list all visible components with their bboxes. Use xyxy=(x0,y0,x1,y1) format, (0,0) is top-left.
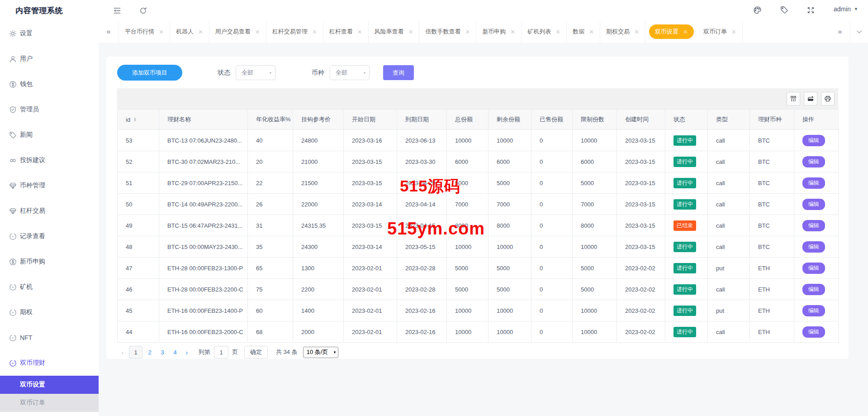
cell-start: 2023-02-01 xyxy=(344,258,397,279)
tab-双币订单[interactable]: 双币订单✕ xyxy=(697,21,743,43)
print-icon[interactable] xyxy=(821,92,835,105)
tab-期权交易[interactable]: 期权交易✕ xyxy=(600,21,645,43)
sidebar-item-矿机[interactable]: 矿机 xyxy=(0,274,99,300)
cell-limit: 8000 xyxy=(573,215,617,236)
goto-page-input[interactable] xyxy=(214,346,228,359)
sidebar-item-期权[interactable]: 期权 xyxy=(0,300,99,325)
close-icon[interactable]: ✕ xyxy=(731,29,736,35)
add-dual-currency-button[interactable]: 添加双币项目 xyxy=(117,65,182,81)
tab-风险率查看[interactable]: 风险率查看✕ xyxy=(369,21,420,43)
edit-button[interactable]: 编辑 xyxy=(802,284,825,295)
sidebar-subitem-双币订单[interactable]: 双币订单 xyxy=(0,394,99,412)
cell-type: call xyxy=(708,151,750,172)
sidebar-item-钱包[interactable]: 钱包 xyxy=(0,72,99,97)
theme-palette-icon[interactable] xyxy=(753,5,762,14)
pagination: ‹ 1234 › 到第 页 确定 共 34 条 10 条/页 ▾ xyxy=(117,345,338,359)
close-icon[interactable]: ✕ xyxy=(510,29,515,35)
sort-icon[interactable]: ▲▼ xyxy=(133,118,137,122)
cell-limit: 10000 xyxy=(573,321,617,343)
close-icon[interactable]: ✕ xyxy=(312,29,317,35)
tag-icon[interactable] xyxy=(780,5,789,14)
tab-矿机列表[interactable]: 矿机列表✕ xyxy=(522,21,567,43)
edit-button[interactable]: 编辑 xyxy=(802,199,825,210)
fullscreen-icon[interactable] xyxy=(806,5,815,14)
goto-confirm-button[interactable]: 确定 xyxy=(244,346,268,359)
edit-button[interactable]: 编辑 xyxy=(802,135,825,146)
cell-created: 2023-03-15 xyxy=(617,236,665,258)
sidebar-item-设置[interactable]: 设置 xyxy=(0,21,99,46)
column-header-label: id xyxy=(126,116,130,123)
edit-button[interactable]: 编辑 xyxy=(802,156,825,167)
sidebar-collapse-icon[interactable] xyxy=(112,6,121,15)
next-page-icon[interactable]: › xyxy=(181,349,192,356)
sidebar-item-投拆建议[interactable]: 投拆建议 xyxy=(0,148,99,173)
history-icon xyxy=(9,233,17,240)
page-button-3[interactable]: 3 xyxy=(157,346,168,359)
page-button-4[interactable]: 4 xyxy=(170,346,180,359)
sidebar-item-label: 管理员 xyxy=(20,105,39,114)
prev-page-icon[interactable]: ‹ xyxy=(117,349,128,356)
refresh-icon[interactable] xyxy=(138,6,147,15)
sidebar-item-记录查看[interactable]: 记录查看 xyxy=(0,224,99,249)
cell-coin: ETH xyxy=(750,258,794,279)
sidebar-item-双币理财[interactable]: 双币理财 xyxy=(0,350,99,376)
close-icon[interactable]: ✕ xyxy=(589,29,594,35)
sidebar-item-新闻[interactable]: 新闻 xyxy=(0,122,99,148)
sidebar-item-杠杆交易[interactable]: 杠杆交易 xyxy=(0,198,99,224)
tab-平台币行情[interactable]: 平台币行情✕ xyxy=(119,21,170,43)
coin-select[interactable]: 全部 ▾ xyxy=(330,65,370,80)
cell-total: 6000 xyxy=(447,151,489,172)
column-header-label: 开始日期 xyxy=(352,116,375,123)
close-icon[interactable]: ✕ xyxy=(634,29,639,35)
close-icon[interactable]: ✕ xyxy=(198,29,203,35)
tab-用户交易查看[interactable]: 用户交易查看✕ xyxy=(209,21,266,43)
edit-button[interactable]: 编辑 xyxy=(802,177,825,189)
close-icon[interactable]: ✕ xyxy=(408,29,413,35)
status-select[interactable]: 全部 ▾ xyxy=(236,65,275,80)
page-button-1[interactable]: 1 xyxy=(129,346,142,359)
export-icon[interactable] xyxy=(804,92,817,105)
column-header-id[interactable]: id▲▼ xyxy=(118,110,159,130)
user-menu[interactable]: admin ▼ xyxy=(834,5,858,13)
close-icon[interactable]: ✕ xyxy=(683,29,688,35)
edit-button[interactable]: 编辑 xyxy=(802,220,825,231)
sidebar-item-用户[interactable]: 用户 xyxy=(0,46,99,72)
sidebar-item-管理员[interactable]: 管理员 xyxy=(0,97,99,122)
tabs-scroll-right-icon[interactable]: » xyxy=(830,21,850,43)
column-header-label: 已售份额 xyxy=(540,116,563,123)
close-icon[interactable]: ✕ xyxy=(465,29,470,35)
sidebar-item-新币申购[interactable]: 新币申购 xyxy=(0,249,99,274)
tab-双币设置[interactable]: 双币设置✕ xyxy=(649,24,694,39)
tab-杠杆查看[interactable]: 杠杆查看✕ xyxy=(323,21,369,43)
search-button[interactable]: 查询 xyxy=(383,65,414,80)
tab-倍数手数查看[interactable]: 倍数手数查看✕ xyxy=(419,21,476,43)
close-icon[interactable]: ✕ xyxy=(555,29,560,35)
edit-button[interactable]: 编辑 xyxy=(802,241,825,253)
cell-actions: 编辑 xyxy=(794,194,839,215)
column-header-label: 理财名称 xyxy=(167,116,191,123)
per-page-select[interactable]: 10 条/页 ▾ xyxy=(303,347,339,358)
tab-新币申购[interactable]: 新币申购✕ xyxy=(476,21,522,43)
tabs-dropdown-icon[interactable] xyxy=(850,21,868,43)
sidebar-item-NFT[interactable]: NFT xyxy=(0,325,99,350)
edit-button[interactable]: 编辑 xyxy=(802,305,825,316)
edit-button[interactable]: 编辑 xyxy=(802,263,825,274)
sidebar-item-币种管理[interactable]: 币种管理 xyxy=(0,173,99,198)
tab-label: 数据 xyxy=(573,28,584,36)
tab-机器人[interactable]: 机器人✕ xyxy=(170,21,209,43)
columns-setting-icon[interactable] xyxy=(787,92,800,105)
close-icon[interactable]: ✕ xyxy=(159,29,164,35)
cell-actions: 编辑 xyxy=(794,258,839,279)
cell-total: 5000 xyxy=(447,279,489,300)
sidebar-subitem-双币设置[interactable]: 双币设置 xyxy=(0,376,99,394)
page-button-2[interactable]: 2 xyxy=(144,346,155,359)
table-row: 50BTC-14 00:49APR23-2200...26220002023-0… xyxy=(118,194,839,215)
close-icon[interactable]: ✕ xyxy=(255,29,260,35)
close-icon[interactable]: ✕ xyxy=(357,29,362,35)
tab-杠杆交易管理[interactable]: 杠杆交易管理✕ xyxy=(266,21,323,43)
dollar-icon xyxy=(9,258,17,266)
edit-button[interactable]: 编辑 xyxy=(802,326,825,338)
tab-数据[interactable]: 数据✕ xyxy=(567,21,600,43)
cell-start: 2023-03-14 xyxy=(344,236,397,258)
tabs-scroll-left-icon[interactable]: « xyxy=(99,21,119,43)
